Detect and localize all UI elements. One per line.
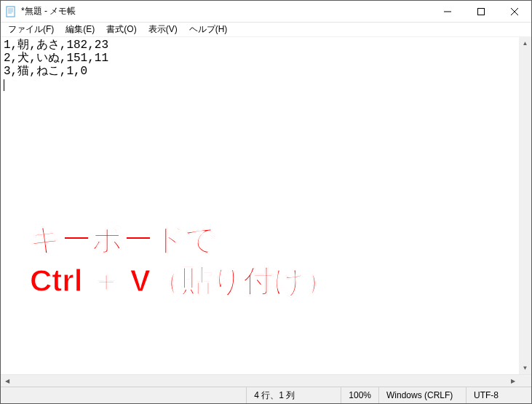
menu-format[interactable]: 書式(O) (100, 22, 142, 37)
editor-line: 1,朝,あさ,182,23 (4, 39, 108, 52)
scroll-corner (519, 375, 531, 387)
notepad-icon (5, 6, 17, 17)
status-position: 4 行、1 列 (246, 387, 341, 403)
close-button[interactable] (498, 1, 531, 22)
menubar: ファイル(F) 編集(E) 書式(O) 表示(V) ヘルプ(H) (1, 23, 531, 37)
maximize-button[interactable] (464, 1, 498, 22)
status-line-ending: Windows (CRLF) (378, 387, 466, 403)
menu-edit[interactable]: 編集(E) (60, 22, 100, 37)
vertical-scrollbar[interactable]: ▲ ▼ (519, 37, 531, 374)
status-encoding: UTF-8 (466, 387, 531, 403)
scroll-track[interactable] (13, 375, 507, 387)
menu-file[interactable]: ファイル(F) (2, 22, 60, 37)
text-cursor (4, 79, 4, 91)
scroll-up-icon[interactable]: ▲ (519, 37, 531, 49)
scroll-track[interactable] (519, 49, 531, 362)
window-controls (431, 1, 531, 22)
editor-area: 1,朝,あさ,182,23 2,犬,いぬ,151,11 3,猫,ねこ,1,0 ▲… (1, 37, 531, 374)
titlebar: *無題 - メモ帳 (1, 1, 531, 23)
horizontal-scrollbar[interactable]: ◀ ▶ (1, 375, 519, 387)
scroll-right-icon[interactable]: ▶ (507, 375, 519, 387)
scroll-left-icon[interactable]: ◀ (1, 375, 13, 387)
horizontal-scroll-row: ◀ ▶ (1, 374, 531, 387)
text-editor[interactable]: 1,朝,あさ,182,23 2,犬,いぬ,151,11 3,猫,ねこ,1,0 (1, 37, 519, 374)
editor-line: 2,犬,いぬ,151,11 (4, 52, 108, 65)
menu-help[interactable]: ヘルプ(H) (183, 22, 234, 37)
window-title: *無題 - メモ帳 (21, 5, 431, 17)
minimize-button[interactable] (431, 1, 464, 22)
editor-line: 3,猫,ねこ,1,0 (4, 65, 87, 78)
statusbar: 4 行、1 列 100% Windows (CRLF) UTF-8 (1, 387, 531, 403)
status-spacer (1, 387, 246, 403)
status-zoom: 100% (341, 387, 378, 403)
svg-rect-6 (478, 8, 485, 15)
menu-view[interactable]: 表示(V) (143, 22, 183, 37)
scroll-down-icon[interactable]: ▼ (519, 362, 531, 374)
